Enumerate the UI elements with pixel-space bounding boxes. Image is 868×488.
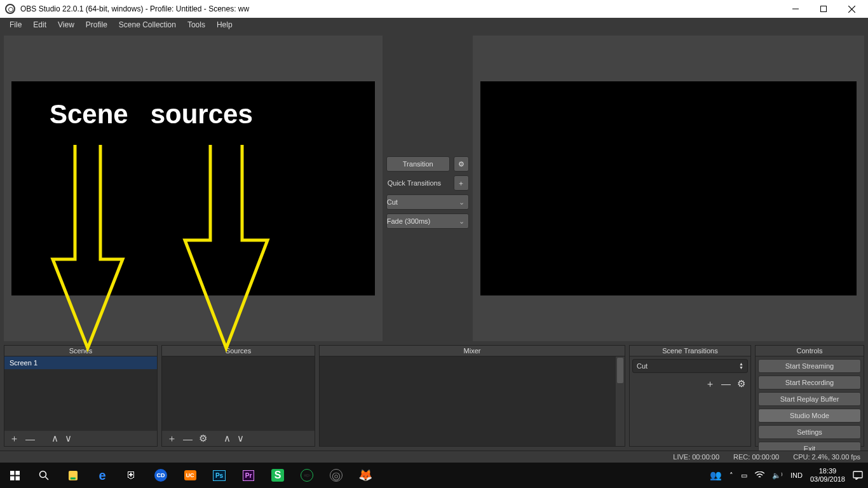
dock-sources: Sources ＋ — ⚙ ∧ ∨	[161, 345, 315, 447]
obs-logo-icon	[5, 4, 15, 14]
transition-button[interactable]: Transition	[386, 156, 450, 172]
dock-controls: Controls Start Streaming Start Recording…	[755, 345, 864, 447]
minimize-button[interactable]	[782, 0, 810, 18]
start-streaming-button[interactable]: Start Streaming	[758, 359, 861, 373]
svg-rect-6	[10, 476, 15, 480]
taskbar-app-cd-icon[interactable]: CD	[146, 463, 175, 488]
taskbar-explorer-icon[interactable]: ▂	[58, 463, 88, 488]
preview-program-canvas[interactable]	[480, 81, 857, 295]
scenes-toolbar: ＋ — ∧ ∨	[4, 431, 157, 446]
remove-scene-button[interactable]: —	[25, 433, 35, 444]
menu-help[interactable]: Help	[211, 18, 238, 31]
add-scene-button[interactable]: ＋	[10, 433, 19, 445]
mixer-scrollbar[interactable]	[616, 356, 625, 446]
dock-row: Scenes Screen 1 ＋ — ∧ ∨ Sources ＋ — ⚙ ∧ …	[0, 345, 868, 451]
tray-language[interactable]: IND	[790, 471, 803, 479]
transition-select[interactable]: Cut ▲▼	[632, 359, 748, 373]
gear-icon: ⚙	[458, 160, 465, 168]
maximize-button[interactable]	[810, 0, 837, 18]
tray-people-icon[interactable]: 👥	[710, 470, 722, 481]
transition-props-button[interactable]: ⚙	[737, 378, 745, 390]
transitions-toolbar: ＋ — ⚙	[630, 376, 750, 393]
tray-overflow-icon[interactable]: ˄	[729, 471, 733, 480]
menu-file[interactable]: File	[4, 18, 27, 31]
svg-rect-5	[15, 471, 20, 475]
quick-transition-cut[interactable]: Cut⌄	[386, 194, 469, 210]
svg-point-8	[40, 471, 46, 478]
tray-battery-icon[interactable]: ▭	[741, 471, 747, 480]
sources-list[interactable]	[162, 356, 315, 431]
tray-action-center-icon[interactable]	[853, 471, 863, 480]
transition-settings-button[interactable]: ⚙	[454, 156, 469, 172]
tray-wifi-icon[interactable]	[755, 471, 764, 479]
menu-view[interactable]: View	[52, 18, 80, 31]
svg-rect-7	[15, 476, 20, 480]
add-quick-transition-button[interactable]: ＋	[454, 175, 469, 191]
close-button[interactable]	[837, 0, 865, 18]
sources-toolbar: ＋ — ⚙ ∧ ∨	[162, 431, 315, 446]
dock-scene-transitions: Scene Transitions Cut ▲▼ ＋ — ⚙	[629, 345, 751, 447]
plus-icon: ＋	[458, 179, 465, 188]
taskbar-obs-icon[interactable]: ◎	[322, 463, 351, 488]
preview-program-pane[interactable]	[473, 36, 864, 341]
move-source-up-button[interactable]: ∧	[224, 433, 231, 444]
taskbar-defender-icon[interactable]: ⛨	[117, 463, 146, 488]
svg-line-9	[46, 477, 49, 480]
window-titlebar: OBS Studio 22.0.1 (64-bit, windows) - Pr…	[0, 0, 868, 18]
window-title: OBS Studio 22.0.1 (64-bit, windows) - Pr…	[20, 4, 782, 13]
svg-rect-1	[821, 6, 827, 12]
settings-button[interactable]: Settings	[758, 425, 861, 439]
menu-scene-collection[interactable]: Scene Collection	[113, 18, 182, 31]
move-source-down-button[interactable]: ∨	[237, 433, 244, 444]
start-replay-buffer-button[interactable]: Start Replay Buffer	[758, 392, 861, 406]
taskbar-edge-icon[interactable]: e	[88, 463, 117, 488]
move-scene-up-button[interactable]: ∧	[51, 433, 58, 444]
quick-transition-fade[interactable]: Fade (300ms)⌄	[386, 214, 469, 229]
preview-edit-pane[interactable]: Scene sources	[4, 36, 383, 341]
app-body: Scene sources Transition	[0, 32, 868, 463]
dock-scenes-title: Scenes	[4, 346, 157, 356]
search-button[interactable]	[29, 463, 58, 488]
preview-row: Scene sources Transition	[0, 32, 868, 345]
menu-tools[interactable]: Tools	[182, 18, 211, 31]
studio-mode-button[interactable]: Studio Mode	[758, 409, 861, 423]
add-source-button[interactable]: ＋	[167, 433, 177, 445]
taskbar-photoshop-icon[interactable]: Ps	[205, 463, 234, 488]
taskbar-app-s-icon[interactable]: S	[263, 463, 292, 488]
start-button[interactable]	[0, 463, 29, 488]
menu-edit[interactable]: Edit	[27, 18, 52, 31]
chevron-down-icon: ⌄	[459, 217, 465, 226]
tray-clock[interactable]: 18:39 03/09/2018	[810, 467, 845, 484]
dock-transitions-title: Scene Transitions	[630, 346, 750, 356]
dock-controls-title: Controls	[756, 346, 864, 356]
transition-column: Transition ⚙ Quick Transitions ＋ Cut⌄ Fa…	[386, 36, 469, 341]
taskbar-firefox-icon[interactable]: 🦊	[351, 463, 380, 488]
overlay-scene-label: Scene sources	[50, 99, 253, 130]
svg-rect-4	[10, 471, 15, 475]
dock-scenes: Scenes Screen 1 ＋ — ∧ ∨	[4, 345, 158, 447]
status-live: LIVE: 00:00:00	[673, 453, 719, 461]
preview-edit-canvas[interactable]: Scene sources	[11, 81, 375, 295]
svg-rect-10	[853, 471, 862, 478]
menu-profile[interactable]: Profile	[80, 18, 113, 31]
status-bar: LIVE: 00:00:00 REC: 00:00:00 CPU: 2.4%, …	[0, 451, 868, 463]
taskbar-app-brush-icon[interactable]: ✒	[292, 463, 322, 488]
status-rec: REC: 00:00:00	[733, 453, 779, 461]
start-recording-button[interactable]: Start Recording	[758, 376, 861, 390]
scene-item[interactable]: Screen 1	[4, 356, 157, 369]
mixer-body[interactable]	[320, 356, 625, 446]
windows-taskbar: ▂ e ⛨ CD UC Ps Pr S ✒ ◎ 🦊 👥 ˄ ▭ 🔈⁾ IND 1…	[0, 463, 868, 488]
move-scene-down-button[interactable]: ∨	[65, 433, 72, 444]
status-cpu: CPU: 2.4%, 30.00 fps	[793, 453, 860, 461]
taskbar-app-uc-icon[interactable]: UC	[175, 463, 205, 488]
taskbar-premiere-icon[interactable]: Pr	[234, 463, 263, 488]
spinner-icon: ▲▼	[739, 362, 743, 370]
remove-transition-button[interactable]: —	[721, 378, 731, 390]
quick-transitions-label: Quick Transitions	[386, 179, 450, 187]
source-properties-button[interactable]: ⚙	[199, 433, 207, 444]
add-transition-button[interactable]: ＋	[705, 378, 715, 390]
remove-source-button[interactable]: —	[183, 433, 193, 444]
tray-volume-icon[interactable]: 🔈⁾	[772, 471, 783, 480]
scenes-list[interactable]: Screen 1	[4, 356, 157, 431]
dock-sources-title: Sources	[162, 346, 315, 356]
